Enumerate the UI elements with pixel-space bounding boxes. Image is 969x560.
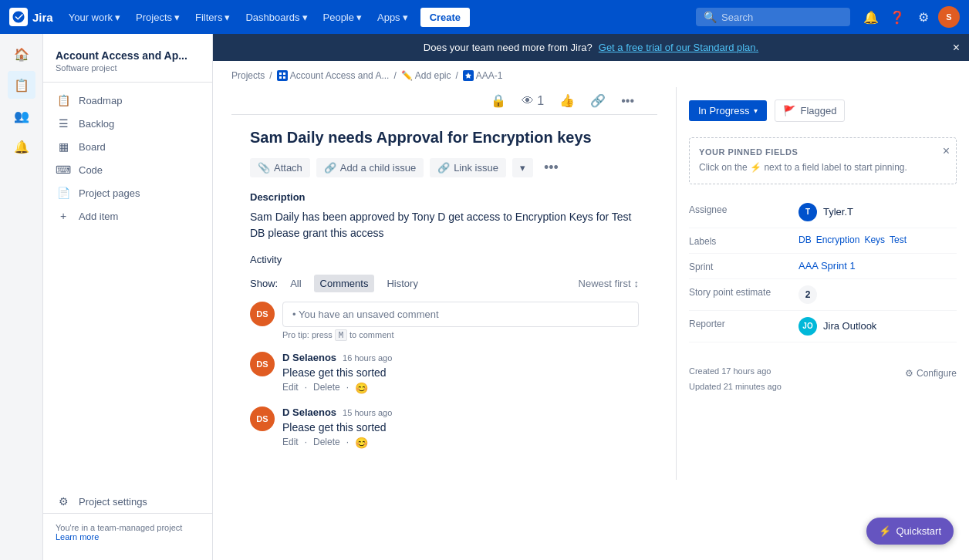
user-avatar[interactable]: S (938, 6, 960, 28)
edit-comment-1[interactable]: Edit (282, 382, 299, 394)
link-issue-button[interactable]: 🔗 Link issue (430, 158, 506, 177)
activity-header: Activity (250, 254, 639, 265)
sidebar-item-add-item[interactable]: + Add item (43, 204, 212, 228)
projects-menu[interactable]: Projects (130, 8, 186, 26)
labels-field-row: Labels DB Encryption Keys Test (689, 228, 957, 254)
labels-value: DB Encryption Keys Test (798, 234, 957, 245)
project-type: Software project (56, 63, 200, 73)
apps-chevron (403, 12, 408, 23)
attach-button[interactable]: 📎 Attach (250, 158, 310, 177)
add-icon: + (56, 210, 71, 222)
help-button[interactable]: ❓ (886, 5, 909, 29)
app-name: Jira (32, 11, 53, 24)
sidebar-item-project-settings[interactable]: ⚙ Project settings (43, 490, 212, 513)
upgrade-banner: Does your team need more from Jira? Get … (213, 34, 969, 61)
people-icon[interactable]: 👥 (8, 102, 35, 130)
overflow-menu-button[interactable]: ••• (539, 157, 563, 179)
flag-icon: 🚩 (783, 105, 795, 116)
reaction-comment-2[interactable]: 😊 (355, 437, 368, 449)
pages-icon: 📄 (56, 187, 71, 199)
edit-comment-2[interactable]: Edit (282, 437, 299, 449)
apps-menu[interactable]: Apps (371, 8, 414, 26)
label-db[interactable]: DB (798, 234, 812, 245)
breadcrumb-issue[interactable]: AAA-1 (476, 70, 503, 81)
sidebar-item-roadmap[interactable]: 📋 Roadmap (43, 89, 212, 112)
thumbsup-button[interactable]: 👍 (555, 90, 579, 111)
banner-close-button[interactable]: × (953, 41, 960, 55)
backlog-icon: ☰ (56, 117, 71, 130)
settings-button[interactable]: ⚙ (912, 5, 935, 29)
chevron-down-icon: ▾ (520, 162, 525, 174)
tab-all[interactable]: All (284, 275, 307, 292)
filters-menu[interactable]: Filters (189, 8, 236, 26)
tab-comments[interactable]: Comments (314, 275, 375, 292)
roadmap-icon: 📋 (56, 94, 71, 106)
flag-button[interactable]: 🚩 Flagged (775, 100, 845, 122)
logo-icon (9, 8, 28, 26)
jira-logo[interactable]: Jira (9, 8, 53, 26)
breadcrumb-project[interactable]: Account Access and A... (290, 70, 390, 81)
tab-history[interactable]: History (380, 275, 424, 292)
notifications-icon[interactable]: 🔔 (8, 133, 35, 160)
reporter-field-row: Reporter JO Jira Outlook (689, 311, 957, 342)
comment-input[interactable]: • You have an unsaved comment (282, 302, 639, 327)
reporter-label: Reporter (689, 317, 789, 329)
bolt-icon: ⚡ (750, 162, 764, 173)
comment-text-2: Please get this sorted (282, 421, 639, 433)
more-button[interactable]: ••• (616, 91, 639, 111)
more-actions-button[interactable]: ▾ (512, 158, 533, 177)
people-menu[interactable]: People (317, 8, 368, 26)
add-child-button[interactable]: 🔗 Add a child issue (316, 158, 424, 177)
svg-rect-2 (279, 76, 282, 79)
your-work-chevron (115, 12, 120, 23)
status-button[interactable]: In Progress ▾ (689, 100, 767, 121)
sprint-link[interactable]: AAA Sprint 1 (798, 260, 856, 272)
issue-icon-breadcrumb (463, 70, 474, 81)
delete-comment-1[interactable]: Delete (313, 382, 340, 394)
board-icon: ▦ (56, 140, 71, 153)
your-work-menu[interactable]: Your work (62, 8, 127, 26)
watch-button[interactable]: 👁 1 (517, 91, 549, 111)
configure-button[interactable]: ⚙ Configure (905, 368, 957, 379)
sidebar-item-board[interactable]: ▦ Board (43, 135, 212, 158)
breadcrumb-projects[interactable]: Projects (231, 70, 265, 81)
sidebar-item-code[interactable]: ⌨ Code (43, 158, 212, 181)
lock-button[interactable]: 🔒 (486, 90, 511, 111)
pinned-fields-title: YOUR PINNED FIELDS (699, 147, 947, 157)
learn-more-link[interactable]: Learn more (56, 532, 99, 541)
people-chevron (356, 12, 362, 23)
timestamps: Created 17 hours ago Updated 21 minutes … (689, 364, 782, 395)
label-test[interactable]: Test (890, 234, 907, 245)
sidebar-item-backlog[interactable]: ☰ Backlog (43, 112, 212, 135)
quickstart-button[interactable]: ⚡ Quickstart (866, 518, 954, 545)
comment-body-1: D Selaenos 16 hours ago Please get this … (282, 352, 639, 394)
label-keys[interactable]: Keys (864, 234, 885, 245)
search-input[interactable] (721, 12, 842, 23)
create-button[interactable]: Create (420, 8, 470, 27)
banner-link[interactable]: Get a free trial of our Standard plan. (599, 42, 758, 53)
comment-entry-2: DS D Selaenos 15 hours ago Please get th… (250, 407, 639, 449)
sprint-label: Sprint (689, 260, 789, 272)
newest-first-sort[interactable]: Newest first ↕ (579, 278, 639, 289)
assignee-field-row: Assignee T Tyler.T (689, 197, 957, 228)
project-icon[interactable]: 📋 (8, 71, 35, 99)
project-name: Account Access and Ap... (56, 49, 200, 62)
breadcrumb-add-epic[interactable]: Add epic (415, 70, 451, 81)
activity-show: Activity (250, 254, 282, 265)
pinned-close-button[interactable]: × (943, 144, 950, 158)
reporter-avatar: JO (798, 317, 817, 336)
reaction-comment-1[interactable]: 😊 (355, 382, 368, 394)
project-header: Account Access and Ap... Software projec… (43, 43, 212, 83)
label-encryption[interactable]: Encryption (816, 234, 860, 245)
search-box[interactable]: 🔍 (696, 8, 850, 26)
delete-comment-2[interactable]: Delete (313, 437, 340, 449)
notifications-button[interactable]: 🔔 (859, 5, 883, 29)
dashboards-menu[interactable]: Dashboards (239, 8, 313, 26)
icon-sidebar: 🏠 📋 👥 🔔 (0, 34, 43, 560)
share-button[interactable]: 🔗 (586, 90, 610, 111)
home-icon[interactable]: 🏠 (8, 40, 35, 68)
top-navigation: Jira Your work Projects Filters Dashboar… (0, 0, 969, 34)
project-icon-breadcrumb (277, 70, 288, 81)
labels-label: Labels (689, 234, 789, 247)
sidebar-item-project-pages[interactable]: 📄 Project pages (43, 181, 212, 204)
